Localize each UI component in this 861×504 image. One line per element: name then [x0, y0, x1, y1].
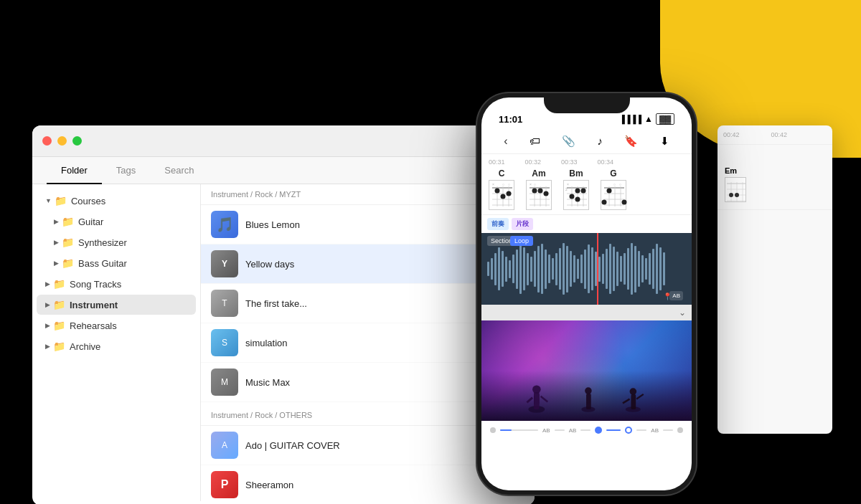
svg-text:○: ○ [534, 182, 536, 186]
status-time: 11:01 [499, 114, 522, 125]
mac-tab-bar: Folder Tags Search [32, 157, 535, 184]
svg-point-54 [602, 200, 607, 205]
svg-point-8 [735, 193, 739, 197]
loop-label: Loop [510, 236, 533, 246]
svg-point-29 [532, 189, 537, 194]
sidebar-item-guitar[interactable]: ▶ 📁 Guitar [37, 211, 196, 232]
pb-segment [663, 429, 673, 431]
chevron-right-icon: ▶ [54, 239, 59, 246]
sidebar-item-synthesizer[interactable]: ▶ 📁 Synthesizer [37, 232, 196, 252]
sidebar-item-song-tracks[interactable]: ▶ 📁 Song Tracks [37, 274, 196, 294]
svg-point-43 [575, 197, 580, 202]
folder-icon: 📁 [55, 195, 67, 206]
chevron-right-icon: ▶ [45, 301, 50, 308]
iphone-waveform[interactable]: Section Loop AB 📍 [481, 233, 692, 305]
iphone-screen: 11:01 ▐▐▐▐ ▲ ▓▓ ‹ 🏷 📎 ♪ 🔖 ⬇ 00:31 00:32 … [481, 98, 692, 490]
tag-icon[interactable]: 🏷 [530, 135, 540, 148]
svg-point-18 [507, 191, 512, 196]
chord-diagram-bm: × 2 [563, 180, 589, 210]
folder-icon: 📁 [53, 278, 65, 290]
svg-line-62 [527, 398, 532, 403]
folder-icon: 📁 [62, 237, 74, 248]
tab-tags[interactable]: Tags [102, 158, 150, 184]
svg-point-42 [581, 189, 586, 194]
svg-point-69 [630, 388, 637, 395]
svg-line-71 [636, 394, 644, 399]
playback-bar: AB AB AB [481, 421, 692, 439]
chevron-right-icon: ▶ [54, 260, 59, 267]
pb-start-dot [490, 427, 496, 433]
chord-diagram-c: × ○ ○ [489, 180, 514, 210]
chord-c: C × [489, 168, 514, 210]
minimize-button[interactable] [57, 136, 67, 146]
svg-text:○: ○ [619, 182, 621, 186]
chevron-right-icon: ▶ [45, 280, 50, 287]
pb-segment [636, 429, 646, 431]
chord-row: C × [481, 168, 692, 210]
chord-g: G ○ [601, 168, 626, 210]
svg-text:○: ○ [508, 182, 510, 186]
svg-text:×: × [492, 182, 494, 186]
svg-text:○: ○ [502, 182, 504, 186]
pb-segment [555, 429, 565, 431]
svg-point-7 [729, 193, 733, 197]
svg-rect-68 [631, 394, 636, 409]
svg-point-55 [607, 189, 612, 194]
ab-tag-3: AB [651, 427, 659, 434]
music-note-icon[interactable]: ♪ [598, 135, 603, 148]
svg-point-41 [575, 189, 580, 194]
svg-point-44 [570, 194, 575, 199]
pb-dot-b [625, 427, 632, 434]
section-marker-verse: 片段 [512, 218, 533, 230]
chord-diagram-am: × ○ [526, 180, 552, 210]
folder-icon: 📁 [53, 320, 65, 331]
download-icon[interactable]: ⬇ [660, 135, 669, 148]
background-desktop: 00:42 00:42 Em // Will [718, 125, 832, 434]
folder-icon: 📁 [53, 341, 65, 352]
iphone-toolbar: ‹ 🏷 📎 ♪ 🔖 ⬇ [481, 129, 692, 154]
section-markers: 前奏 片段 [481, 215, 692, 233]
pin-icon: 📍 [663, 293, 672, 300]
svg-point-17 [501, 194, 506, 199]
chevron-down-icon[interactable]: ⌄ [679, 308, 686, 318]
svg-point-61 [532, 385, 541, 394]
mac-body: ▼ 📁 Courses ▶ 📁 Guitar ▶ 📁 Synthesizer ▶… [32, 184, 535, 501]
folder-icon: 📁 [62, 216, 74, 227]
chevron-right-icon: ▶ [54, 218, 59, 225]
close-button[interactable] [42, 136, 52, 146]
pb-end-dot [677, 427, 683, 433]
wifi-icon: ▲ [644, 114, 653, 124]
ab-badge: AB [669, 291, 683, 300]
file-thumbnail: A [211, 432, 238, 459]
back-icon[interactable]: ‹ [504, 135, 507, 148]
sidebar-item-instrument[interactable]: ▶ 📁 Instrument [37, 295, 196, 315]
iphone-notch [544, 93, 630, 113]
sidebar-item-bass-guitar[interactable]: ▶ 📁 Bass Guitar [37, 253, 196, 273]
tab-search[interactable]: Search [150, 158, 208, 184]
bg-chord-item: Em [725, 166, 746, 202]
svg-point-16 [495, 189, 500, 194]
ab-tag-2: AB [569, 427, 577, 434]
chord-area: 00:31 00:32 00:33 00:34 C [481, 154, 692, 215]
sidebar-item-courses[interactable]: ▼ 📁 Courses [37, 191, 196, 211]
svg-point-31 [544, 191, 549, 196]
bookmark-icon[interactable]: 🔖 [624, 135, 638, 148]
maximize-button[interactable] [72, 136, 82, 146]
svg-line-63 [541, 396, 548, 402]
iphone: 11:01 ▐▐▐▐ ▲ ▓▓ ‹ 🏷 📎 ♪ 🔖 ⬇ 00:31 00:32 … [477, 93, 696, 495]
attach-icon[interactable]: 📎 [562, 135, 575, 148]
folder-icon: 📁 [53, 299, 65, 310]
performers-svg [481, 371, 692, 414]
svg-text:○: ○ [613, 182, 616, 186]
chevron-down-icon: ▼ [45, 197, 52, 204]
svg-text:×: × [530, 182, 532, 186]
sidebar-item-archive[interactable]: ▶ 📁 Archive [37, 336, 196, 356]
folder-icon: 📁 [62, 257, 74, 269]
pb-track[interactable] [500, 429, 538, 431]
section-marker-intro: 前奏 [487, 218, 509, 230]
ab-tag-1: AB [542, 427, 550, 434]
battery-icon: ▓▓ [656, 113, 674, 125]
tab-folder[interactable]: Folder [47, 158, 102, 184]
sidebar-item-rehearsals[interactable]: ▶ 📁 Rehearsals [37, 315, 196, 336]
chord-timeline: 00:31 00:32 00:33 00:34 [481, 158, 692, 166]
